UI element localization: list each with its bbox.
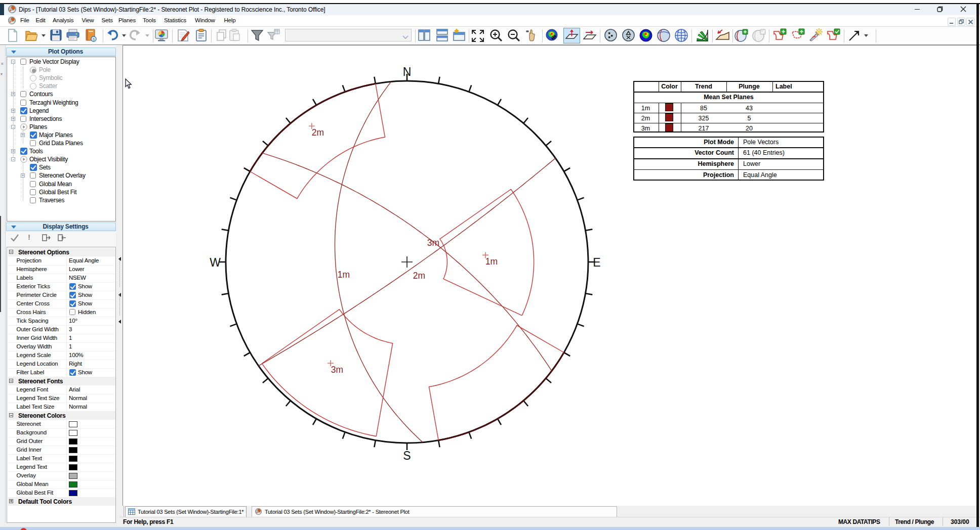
svg-text:6: 6 xyxy=(93,37,95,41)
